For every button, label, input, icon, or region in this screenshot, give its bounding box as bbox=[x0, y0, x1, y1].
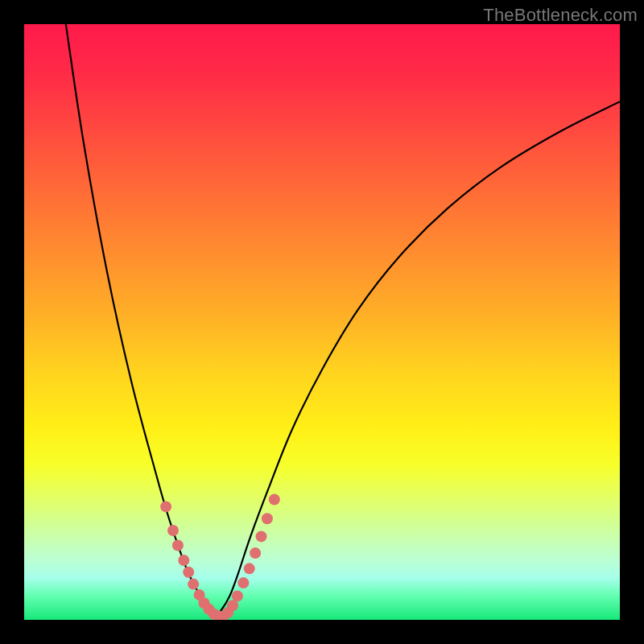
watermark-text: TheBottleneck.com bbox=[483, 5, 638, 26]
marker-dot bbox=[198, 597, 209, 609]
marker-dot bbox=[172, 540, 184, 551]
marker-dot bbox=[183, 567, 194, 578]
marker-dot bbox=[178, 555, 189, 566]
marker-dot bbox=[250, 547, 261, 559]
marker-dot bbox=[188, 579, 199, 590]
chart-svg bbox=[24, 24, 620, 620]
marker-dot bbox=[227, 600, 238, 611]
marker-dot bbox=[194, 589, 205, 601]
marker-dot bbox=[222, 607, 233, 618]
plot-area bbox=[24, 24, 620, 620]
marker-dot bbox=[269, 494, 280, 506]
marker-dot bbox=[160, 501, 171, 512]
marker-dot bbox=[244, 563, 255, 574]
marker-dot bbox=[217, 611, 229, 620]
marker-dot bbox=[237, 577, 249, 588]
marker-dot bbox=[256, 530, 267, 542]
marker-dot bbox=[208, 609, 219, 620]
chart-frame: TheBottleneck.com bbox=[0, 0, 644, 644]
curve-right-branch bbox=[215, 101, 620, 617]
marker-group bbox=[160, 494, 280, 620]
marker-dot bbox=[203, 604, 214, 615]
marker-dot bbox=[213, 611, 224, 620]
marker-dot bbox=[262, 513, 273, 524]
curve-left-branch bbox=[66, 24, 215, 617]
marker-dot bbox=[167, 525, 179, 536]
marker-dot bbox=[232, 590, 243, 601]
